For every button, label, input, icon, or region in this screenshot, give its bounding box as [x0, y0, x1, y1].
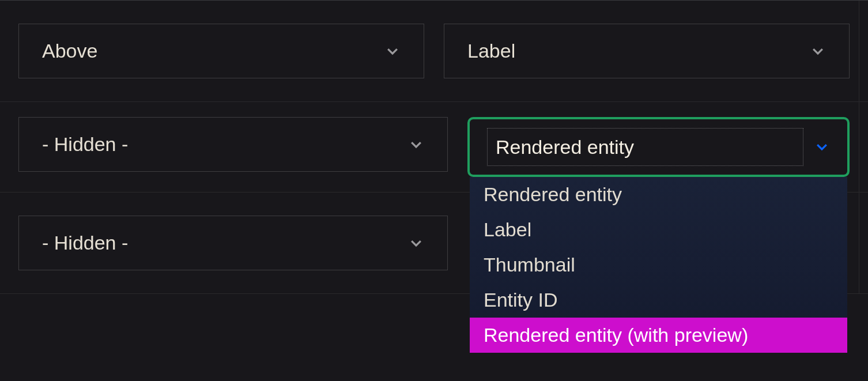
- dropdown-options-panel: Rendered entity Label Thumbnail Entity I…: [470, 177, 847, 353]
- label-position-select[interactable]: Above: [18, 24, 424, 78]
- chevron-down-icon: [384, 43, 401, 59]
- dropdown-option[interactable]: Label: [470, 212, 847, 247]
- dropdown-option-highlighted[interactable]: Rendered entity (with preview): [470, 318, 847, 353]
- chevron-down-icon: [408, 235, 424, 251]
- row-cap: [859, 102, 868, 192]
- label-position-select[interactable]: - Hidden -: [18, 216, 448, 270]
- config-row-0: Above Label: [0, 1, 868, 102]
- formatter-select-open[interactable]: Rendered entity: [467, 117, 850, 177]
- row-cap: [859, 1, 868, 101]
- formatter-select[interactable]: Label: [444, 24, 850, 78]
- select-value: Label: [467, 40, 515, 62]
- select-value: Above: [42, 40, 97, 62]
- chevron-down-icon: [810, 43, 826, 59]
- dropdown-option[interactable]: Entity ID: [470, 282, 847, 318]
- select-value: - Hidden -: [42, 133, 128, 156]
- dropdown-input[interactable]: Rendered entity: [487, 128, 803, 166]
- label-position-select[interactable]: - Hidden -: [18, 117, 448, 172]
- chevron-down-icon: [814, 139, 830, 155]
- dropdown-option[interactable]: Thumbnail: [470, 247, 847, 282]
- config-row-1: - Hidden - Rendered entity Rendered enti…: [0, 102, 868, 193]
- dropdown-option[interactable]: Rendered entity: [470, 177, 847, 212]
- select-value: - Hidden -: [42, 232, 128, 254]
- chevron-down-icon: [408, 137, 424, 153]
- row-cap: [859, 193, 868, 293]
- formatter-dropdown-wrap: Rendered entity Rendered entity Label Th…: [467, 117, 850, 177]
- dropdown-current-value: Rendered entity: [496, 136, 634, 159]
